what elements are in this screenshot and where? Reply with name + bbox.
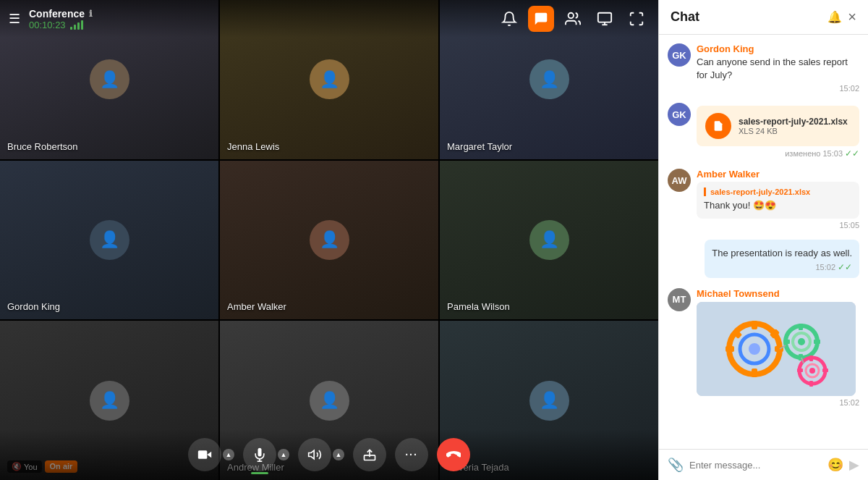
msg-content-2: sales-report-july-2021.xlsx XLS 24 KB из… (697, 103, 859, 159)
send-button[interactable]: ▶ (849, 457, 859, 473)
timer-display: 00:10:23 (29, 20, 66, 30)
svg-point-0 (569, 13, 574, 18)
microphone-button[interactable] (243, 438, 276, 471)
amber-reply-block: sales-report-july-2021.xlsx Thank you! 🤩… (697, 182, 859, 218)
msg-sender-5: Michael Townsend (697, 288, 859, 299)
avatar-gordon: GK (668, 43, 691, 67)
msg-content-1: Gordon King Can anyone send in the sales… (697, 43, 859, 93)
msg-text-3: Thank you! 🤩😍 (704, 199, 852, 212)
chat-title: Chat (671, 9, 822, 25)
chat-panel: Chat 🔔 × GK Gordon King Can anyone send … (658, 0, 868, 480)
svg-rect-33 (822, 369, 828, 372)
msg-sender-1: Gordon King (697, 43, 859, 54)
msg-content-3: Amber Walker sales-report-july-2021.xlsx… (697, 169, 859, 229)
msg-text-4: The presentation is ready as well. (712, 247, 852, 260)
attachment-button[interactable]: 📎 (668, 457, 684, 473)
read-check: ✓✓ (845, 148, 859, 159)
svg-rect-4 (198, 450, 208, 459)
avatar-amber: AW (668, 169, 691, 192)
message-4-wrapper: The presentation is ready as well. 15:02… (668, 240, 859, 278)
file-size: XLS 24 KB (739, 127, 851, 135)
camera-button[interactable] (188, 438, 221, 471)
gear-visual (697, 302, 856, 396)
speaker-arrow[interactable]: ▲ (333, 449, 344, 460)
share-screen-button[interactable] (353, 438, 386, 471)
top-bar: ☰ Conference ℹ 00:10:23 (0, 0, 658, 38)
svg-rect-15 (752, 369, 757, 377)
image-attachment[interactable] (697, 302, 856, 396)
conference-info: Conference ℹ 00:10:23 (29, 8, 496, 30)
svg-marker-7 (309, 450, 315, 459)
chat-messages: GK Gordon King Can anyone send in the sa… (659, 35, 868, 449)
svg-rect-1 (598, 13, 611, 22)
message-3: AW Amber Walker sales-report-july-2021.x… (668, 169, 859, 229)
info-icon: ℹ (89, 9, 93, 19)
message-4-own: The presentation is ready as well. 15:02… (705, 240, 859, 278)
message-5: MT Michael Townsend (668, 288, 859, 407)
more-button[interactable]: ··· (395, 438, 428, 471)
msg-sender-3: Amber Walker (697, 169, 859, 180)
speaker-button[interactable] (298, 438, 331, 471)
mic-level-indicator (251, 472, 268, 474)
video-area: ☰ Conference ℹ 00:10:23 (0, 0, 658, 480)
notifications-button[interactable] (496, 6, 522, 32)
chat-close-button[interactable]: × (848, 9, 856, 25)
signal-indicator (70, 20, 83, 30)
video-cell-pamela: 👤 Pamela Wilson (440, 161, 658, 320)
microphone-control: ▲ (243, 438, 289, 471)
svg-point-13 (749, 343, 760, 355)
file-attachment[interactable]: sales-report-july-2021.xlsx XLS 24 KB (697, 106, 859, 146)
video-name-gordon: Gordon King (7, 301, 60, 312)
svg-rect-32 (797, 369, 803, 372)
end-call-button[interactable] (437, 438, 470, 471)
read-check-own: ✓✓ (838, 262, 852, 272)
video-name-amber: Amber Walker (227, 301, 286, 312)
video-cell-amber: 👤 Amber Walker (220, 161, 438, 320)
message-2: GK sales-report-july-2021.xlsx XLS 24 KB (668, 103, 859, 159)
screenshare-button[interactable] (592, 6, 618, 32)
video-name-margaret: Margaret Taylor (447, 141, 512, 152)
menu-icon[interactable]: ☰ (9, 11, 20, 27)
avatar-gordon-2: GK (668, 103, 691, 126)
mic-arrow[interactable]: ▲ (278, 449, 289, 460)
file-name: sales-report-july-2021.xlsx (739, 117, 851, 127)
avatar-michael: MT (668, 288, 691, 311)
svg-rect-31 (809, 381, 813, 387)
video-name-jenna: Jenna Lewis (227, 141, 279, 152)
chat-header: Chat 🔔 × (659, 0, 868, 35)
message-input[interactable] (689, 460, 822, 471)
bottom-bar: ▲ ▲ ▲ ··· (0, 429, 658, 480)
emoji-button[interactable]: 😊 (827, 457, 843, 473)
reply-reference: sales-report-july-2021.xlsx (704, 188, 852, 196)
svg-rect-25 (783, 340, 790, 344)
msg-content-5: Michael Townsend (697, 288, 859, 407)
msg-time-2: изменено 15:03 ✓✓ (697, 148, 859, 159)
msg-text-1: Can anyone send in the sales report for … (697, 56, 859, 82)
speaker-control: ▲ (298, 438, 344, 471)
svg-rect-23 (799, 324, 803, 330)
participants-button[interactable] (560, 6, 586, 32)
chat-input-area: 📎 😊 ▶ (659, 449, 868, 480)
camera-control: ▲ (188, 438, 234, 471)
msg-time-5: 15:02 (697, 398, 859, 407)
video-grid: 👤 Bruce Robertson 👤 Jenna Lewis 👤 Margar… (0, 0, 658, 480)
msg-time-4: 15:02 ✓✓ (712, 262, 852, 272)
video-name-bruce: Bruce Robertson (7, 141, 78, 152)
fullscreen-button[interactable] (624, 6, 650, 32)
video-cell-gordon: 👤 Gordon King (0, 161, 218, 320)
conference-title: Conference (29, 8, 85, 20)
msg-time-1: 15:02 (697, 84, 859, 93)
svg-rect-26 (814, 340, 820, 344)
video-name-pamela: Pamela Wilson (447, 301, 510, 312)
svg-rect-14 (752, 321, 757, 329)
msg-time-3: 15:05 (697, 221, 859, 230)
chat-button[interactable] (528, 6, 554, 32)
svg-point-29 (809, 368, 815, 374)
camera-arrow[interactable]: ▲ (223, 449, 234, 460)
chat-bell-icon[interactable]: 🔔 (827, 10, 842, 24)
file-icon (705, 113, 731, 139)
svg-rect-16 (726, 346, 734, 352)
svg-rect-30 (809, 355, 813, 361)
message-1: GK Gordon King Can anyone send in the sa… (668, 43, 859, 93)
svg-point-22 (798, 338, 805, 345)
